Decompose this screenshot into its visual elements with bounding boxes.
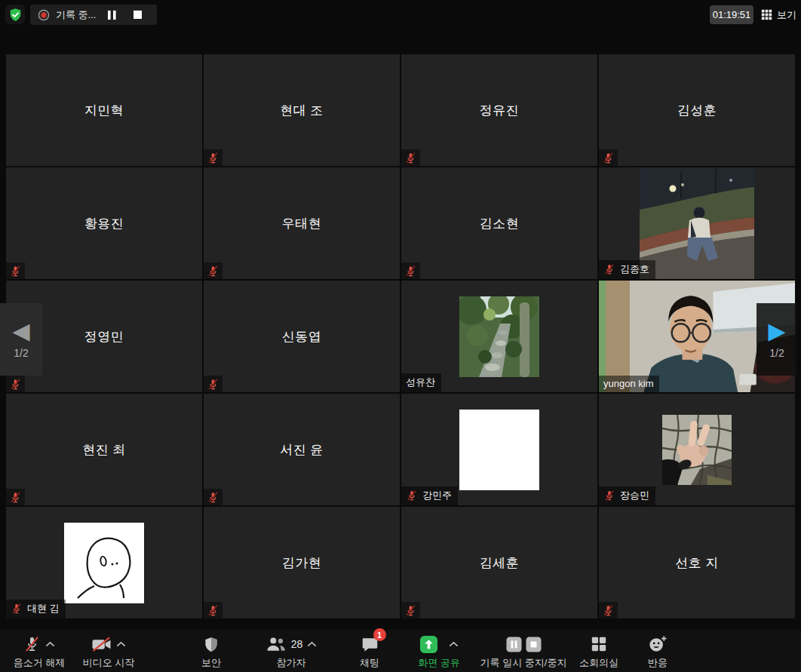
participant-name: 지민혁 — [6, 54, 202, 166]
security-label: 보안 — [201, 656, 221, 670]
next-page-button[interactable]: ▶ 1/2 — [756, 303, 797, 376]
participant-name: 대현 김 — [27, 602, 60, 615]
view-layout-button[interactable]: 보기 — [761, 5, 796, 24]
participants-options-caret[interactable] — [307, 641, 317, 647]
unmute-button[interactable]: 음소거 해제 — [3, 633, 75, 670]
camera-off-icon — [91, 636, 112, 653]
mic-muted-icon — [204, 376, 222, 392]
security-check-shield-icon — [10, 8, 20, 21]
next-page-arrow-icon: ▶ — [768, 320, 785, 342]
mic-muted-icon — [11, 603, 23, 615]
mic-muted-icon — [401, 149, 420, 166]
participant-tile-seojinyoon[interactable]: 서진 윤 — [204, 394, 400, 505]
participant-tile-kimsohyun[interactable]: 김소현 — [401, 167, 597, 279]
participant-tile-wootaehyun[interactable]: 우태현 — [204, 167, 400, 279]
participant-tile-kimgahyun[interactable]: 김가현 — [204, 507, 400, 618]
participant-name-badge: 김종호 — [599, 260, 655, 279]
pause-recording-topbar-button[interactable] — [102, 8, 121, 23]
recording-controls-label: 기록 일시 중지/중지 — [480, 656, 567, 670]
share-screen-button[interactable]: 화면 공유 — [407, 633, 471, 670]
participant-tile-kimsunghoon[interactable]: 김성훈 — [599, 54, 795, 166]
mic-muted-icon — [603, 489, 615, 502]
start-video-button[interactable]: 비디오 시작 — [72, 633, 145, 670]
breakout-rooms-icon — [591, 636, 607, 652]
pause-recording-button[interactable] — [506, 637, 522, 652]
participant-name: 김종호 — [620, 262, 649, 276]
mic-muted-icon — [6, 376, 25, 392]
participant-tile-hyunjinchoi[interactable]: 현진 최 — [6, 394, 202, 505]
participant-name: 장승민 — [620, 489, 649, 502]
chat-label: 채팅 — [360, 656, 379, 670]
meeting-info-shield-button[interactable] — [5, 5, 25, 24]
chat-button[interactable]: 1 채팅 — [344, 633, 395, 670]
participant-name: 선호 지 — [599, 507, 795, 618]
participant-name: 김세훈 — [401, 507, 597, 618]
breakout-rooms-button[interactable]: 소회의실 — [570, 633, 628, 670]
participant-tile-jiminhyuk[interactable]: 지민혁 — [6, 54, 202, 166]
participant-name: 현진 최 — [6, 394, 202, 505]
video-options-caret[interactable] — [116, 641, 126, 647]
participant-name: 현대 조 — [204, 54, 400, 166]
participant-name: 강민주 — [422, 489, 452, 502]
zoom-meeting-window: { "topbar": { "recording_label": "기록 중..… — [0, 0, 801, 672]
mic-muted-icon — [6, 262, 25, 279]
security-shield-icon — [203, 636, 219, 653]
participant-name-badge: 대현 김 — [6, 600, 66, 618]
share-options-caret[interactable] — [449, 641, 459, 647]
participant-name: 김성훈 — [599, 54, 795, 166]
meeting-timer: 01:19:51 — [710, 5, 753, 24]
participant-tile-hyundaejo[interactable]: 현대 조 — [204, 54, 400, 166]
reactions-button[interactable]: 반응 — [634, 633, 682, 670]
participant-tile-kimjongho[interactable]: 김종호 — [599, 167, 795, 279]
top-bar: 기록 중... 01:19:51 보기 — [0, 0, 801, 33]
mic-muted-icon — [204, 149, 222, 166]
participant-name: 신동엽 — [204, 281, 400, 392]
reactions-smiley-icon — [648, 635, 668, 653]
participants-button[interactable]: 28 참가자 — [259, 633, 323, 670]
start-video-label: 비디오 시작 — [83, 656, 135, 670]
participant-name-badge: 장승민 — [599, 486, 655, 505]
recording-controls: 기록 일시 중지/중지 — [480, 633, 567, 670]
participant-tile-kangminju[interactable]: 강민주 — [401, 394, 597, 505]
participant-name: 서진 윤 — [204, 394, 400, 505]
participants-label: 참가자 — [277, 656, 306, 670]
meeting-toolbar: 음소거 해제 비디오 시작 보안 28 참가자 1 채팅 화면 공유 — [0, 630, 801, 672]
recording-status-label: 기록 중... — [56, 8, 96, 22]
mic-muted-icon — [599, 602, 618, 618]
security-button[interactable]: 보안 — [184, 633, 238, 670]
participant-name: 정유진 — [401, 54, 597, 166]
participant-tile-shindongyeop[interactable]: 신동엽 — [204, 281, 400, 392]
participant-name: yungon kim — [603, 378, 653, 389]
participant-name-badge: 강민주 — [401, 486, 458, 505]
unmute-label: 음소거 해제 — [14, 656, 66, 670]
pause-icon — [108, 11, 116, 20]
stop-recording-button[interactable] — [526, 637, 542, 652]
participant-name: 황용진 — [6, 167, 202, 279]
participant-tile-hwangyongjin[interactable]: 황용진 — [6, 167, 202, 279]
mic-muted-icon — [204, 602, 222, 618]
share-screen-icon — [419, 635, 438, 654]
previous-page-arrow-icon: ◀ — [12, 320, 29, 342]
view-button-label: 보기 — [777, 8, 796, 22]
participant-name: 김소현 — [401, 167, 597, 279]
mic-muted-icon — [401, 262, 420, 279]
participant-tile-sunhoji[interactable]: 선호 지 — [599, 507, 795, 618]
page-indicator: 1/2 — [769, 347, 784, 359]
participant-tile-jangseungmin[interactable]: 장승민 — [599, 394, 795, 505]
gallery-grid-icon — [761, 9, 772, 20]
mic-muted-icon — [6, 489, 25, 505]
mic-muted-icon — [204, 489, 222, 505]
previous-page-button[interactable]: ◀ 1/2 — [0, 303, 42, 376]
mic-muted-icon — [204, 262, 222, 279]
mic-muted-icon — [401, 602, 420, 618]
participant-name: 우태현 — [204, 167, 400, 279]
participant-tile-kimsehoon[interactable]: 김세훈 — [401, 507, 597, 618]
mic-options-caret[interactable] — [45, 641, 55, 647]
participant-tile-jungyujin[interactable]: 정유진 — [401, 54, 597, 166]
stop-recording-topbar-button[interactable] — [127, 8, 147, 23]
stop-icon — [134, 11, 142, 19]
participant-tile-sungyuchan[interactable]: 성유찬 — [401, 281, 597, 392]
mic-muted-icon — [406, 489, 418, 502]
chat-unread-badge: 1 — [373, 628, 386, 641]
participant-tile-daehyunkim[interactable]: 대현 김 — [6, 507, 202, 618]
